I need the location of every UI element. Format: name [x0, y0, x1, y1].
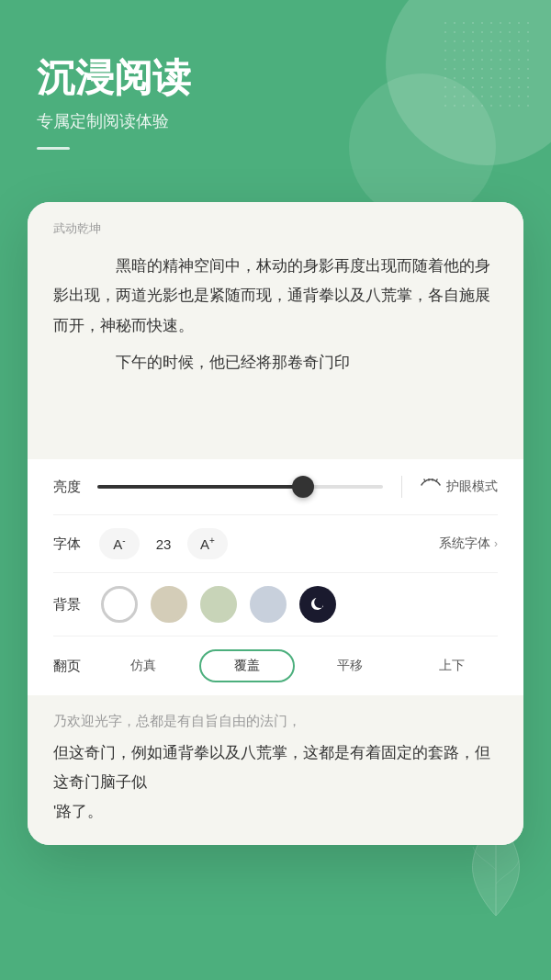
- controls-panel: 亮度 护眼模式: [28, 459, 523, 695]
- slider-fill: [97, 485, 303, 489]
- brightness-row: 亮度 护眼模式: [53, 459, 498, 515]
- page-btn-cover[interactable]: 覆盖: [199, 649, 296, 682]
- bg-lavender-option[interactable]: [250, 586, 287, 623]
- page-btn-simulated[interactable]: 仿真: [97, 649, 190, 682]
- bottom-para-2: '路了。: [53, 797, 498, 827]
- brightness-slider[interactable]: [97, 485, 383, 489]
- bg-tan-option[interactable]: [151, 586, 187, 623]
- page-btn-slide-label: 平移: [337, 658, 363, 674]
- reading-area-top: 武动乾坤 黑暗的精神空间中，林动的身影再度出现而随着他的身影出现，两道光影也是紧…: [28, 202, 523, 459]
- reading-para-2: 下午的时候，他已经将那卷奇门印: [53, 348, 498, 377]
- book-title: 武动乾坤: [53, 220, 498, 237]
- bottom-para-1: 但这奇门，例如通背拳以及八荒掌，这都是有着固定的套路，但这奇门脑子似: [53, 738, 498, 798]
- bg-label: 背景: [53, 596, 86, 614]
- page-title: 沉浸阅读: [37, 55, 514, 101]
- font-controls: A- 23 A+: [99, 528, 228, 559]
- svg-line-3: [436, 479, 437, 481]
- reading-para-1: 黑暗的精神空间中，林动的身影再度出现而随着他的身影出现，两道光影也是紧随而现，通…: [53, 252, 498, 341]
- font-family-button[interactable]: 系统字体 ›: [439, 535, 498, 552]
- eye-icon: [421, 479, 441, 495]
- page-label: 翻页: [53, 658, 86, 675]
- brightness-label: 亮度: [53, 479, 86, 496]
- brightness-divider: [401, 476, 402, 498]
- page-btn-cover-label: 覆盖: [234, 658, 260, 674]
- eye-mode-label: 护眼模式: [446, 479, 498, 495]
- font-family-label: 系统字体: [439, 535, 490, 552]
- header-divider: [37, 147, 70, 150]
- bg-sage-option[interactable]: [200, 586, 237, 623]
- background-row: 背景: [53, 573, 498, 636]
- svg-line-0: [424, 479, 425, 481]
- eye-mode-toggle[interactable]: 护眼模式: [421, 479, 498, 495]
- header: 沉浸阅读 专属定制阅读体验: [0, 0, 551, 177]
- font-row: 字体 A- 23 A+ 系统字体 ›: [53, 515, 498, 573]
- bottom-text: 乃欢迎光字，总都是有自旨自由的法门， 但这奇门，例如通背拳以及八荒掌，这都是有着…: [53, 708, 498, 827]
- reading-text-top: 黑暗的精神空间中，林动的身影再度出现而随着他的身影出现，两道光影也是紧随而现，通…: [53, 252, 498, 377]
- font-size-value: 23: [152, 536, 174, 552]
- font-label: 字体: [53, 535, 86, 553]
- page-btn-vertical[interactable]: 上下: [406, 649, 499, 682]
- page-turn-row: 翻页 仿真 覆盖 平移 上下: [53, 636, 498, 695]
- main-card: 武动乾坤 黑暗的精神空间中，林动的身影再度出现而随着他的身影出现，两道光影也是紧…: [28, 202, 523, 845]
- page-subtitle: 专属定制阅读体验: [37, 110, 514, 132]
- bg-white-option[interactable]: [101, 586, 138, 623]
- bottom-partial-line: 乃欢迎光字，总都是有自旨自由的法门，: [53, 708, 498, 735]
- font-decrease-label: A-: [113, 535, 125, 552]
- page-options: 仿真 覆盖 平移 上下: [97, 649, 498, 682]
- chevron-right-icon: ›: [494, 537, 498, 550]
- page-btn-slide[interactable]: 平移: [304, 649, 397, 682]
- font-increase-button[interactable]: A+: [187, 528, 228, 559]
- bg-options: [101, 586, 336, 623]
- font-decrease-button[interactable]: A-: [99, 528, 140, 559]
- bg-night-option[interactable]: [299, 586, 336, 623]
- slider-thumb[interactable]: [292, 476, 314, 498]
- page-btn-vertical-label: 上下: [439, 658, 465, 674]
- page-btn-simulated-label: 仿真: [130, 658, 156, 674]
- font-increase-label: A+: [200, 535, 215, 552]
- reading-area-bottom: 乃欢迎光字，总都是有自旨自由的法门， 但这奇门，例如通背拳以及八荒掌，这都是有着…: [28, 695, 523, 845]
